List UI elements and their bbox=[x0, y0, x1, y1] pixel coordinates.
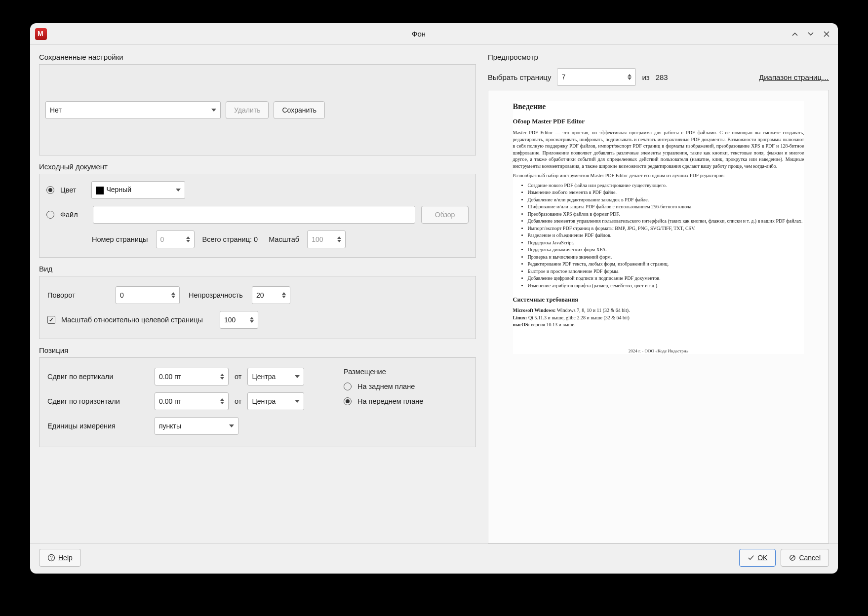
preset-value: Нет bbox=[50, 106, 62, 114]
scale-relative-check[interactable] bbox=[47, 316, 55, 324]
rotate-spin[interactable]: 0 bbox=[116, 286, 180, 304]
saved-settings-panel: Нет Удалить Сохранить bbox=[39, 64, 476, 155]
preview-toolbar: Выбрать страницу 7 из 283 Диапазон стран… bbox=[488, 68, 829, 86]
units-select[interactable]: пункты bbox=[155, 417, 238, 435]
app-icon bbox=[35, 28, 47, 40]
close-icon[interactable] bbox=[822, 30, 831, 38]
doc-bullet: Разделение и объединение PDF файлов. bbox=[528, 232, 804, 239]
doc-bullet: Импорт/экспорт PDF страниц в форматы BMP… bbox=[528, 225, 804, 232]
doc-bullet: Добавление элементов управления пользова… bbox=[528, 218, 804, 225]
hshift-from-select[interactable]: Центра bbox=[247, 392, 304, 410]
preview-frame: Введение Обзор Master PDF Editor Master … bbox=[488, 90, 829, 543]
vshift-from-label: от bbox=[235, 373, 241, 381]
cancel-icon bbox=[789, 554, 796, 561]
titlebar: Фон bbox=[30, 23, 838, 45]
opacity-spin[interactable]: 20 bbox=[252, 286, 290, 304]
source-scale-spin[interactable]: 100 bbox=[307, 231, 346, 248]
rotate-label: Поворот bbox=[47, 291, 107, 299]
dialog-window: Фон Сохраненные настройки Нет Удалить Со… bbox=[30, 23, 838, 574]
doc-h3: Системные требования bbox=[513, 296, 804, 304]
chevron-down-icon bbox=[295, 400, 300, 403]
chevron-down-icon bbox=[295, 375, 300, 378]
dialog-footer: ? Help OK Cancel bbox=[30, 543, 838, 574]
minimize-icon[interactable] bbox=[790, 30, 799, 38]
color-label: Цвет bbox=[60, 186, 77, 194]
save-button[interactable]: Сохранить bbox=[274, 101, 325, 119]
total-pages: 283 bbox=[656, 73, 668, 81]
color-select[interactable]: Черный bbox=[91, 181, 185, 199]
chevron-down-icon bbox=[229, 424, 234, 427]
help-button[interactable]: ? Help bbox=[39, 549, 81, 567]
scale-relative-label: Масштаб относительно целевой страницы bbox=[61, 316, 203, 324]
placement-label: Размещение bbox=[344, 368, 468, 376]
ok-button[interactable]: OK bbox=[739, 549, 776, 567]
doc-bullet: Шифрование и/или защита PDF файлов с исп… bbox=[528, 203, 804, 210]
color-radio[interactable] bbox=[46, 186, 54, 194]
view-panel: Поворот 0 Непрозрачность 20 Масштаб отно… bbox=[39, 276, 476, 339]
doc-bullet: Проверка и вычисление значений форм. bbox=[528, 254, 804, 261]
view-section-label: Вид bbox=[39, 265, 476, 273]
total-pages-label: Всего страниц: 0 bbox=[202, 235, 258, 243]
svg-text:?: ? bbox=[50, 555, 53, 561]
doc-bullet: Изменение любого элемента в PDF файле. bbox=[528, 189, 804, 196]
page-number-spin[interactable]: 0 bbox=[156, 231, 195, 248]
vshift-label: Сдвиг по вертикали bbox=[47, 373, 149, 381]
doc-bullet: Добавление цифровой подписи и подписание… bbox=[528, 275, 804, 282]
preview-section-label: Предпросмотр bbox=[488, 53, 829, 61]
saved-settings-label: Сохраненные настройки bbox=[39, 53, 476, 61]
hshift-spin[interactable]: 0.00 пт bbox=[155, 392, 229, 410]
maximize-icon[interactable] bbox=[806, 30, 815, 38]
hshift-label: Сдвиг по горизонтали bbox=[47, 397, 149, 405]
position-panel: Сдвиг по вертикали 0.00 пт от Центра Сдв… bbox=[39, 357, 476, 447]
window-title: Фон bbox=[47, 30, 790, 38]
placement-behind-label: На заднем плане bbox=[357, 383, 415, 390]
chevron-down-icon bbox=[176, 189, 181, 192]
check-icon bbox=[748, 554, 754, 561]
doc-h2: Обзор Master PDF Editor bbox=[513, 117, 804, 126]
help-icon: ? bbox=[47, 554, 55, 562]
units-label: Единицы измерения bbox=[47, 422, 149, 430]
file-radio[interactable] bbox=[46, 211, 54, 219]
preview-document: Введение Обзор Master PDF Editor Master … bbox=[513, 101, 804, 354]
of-label: из bbox=[642, 73, 649, 81]
doc-bullet: Редактирование PDF текста, любых форм, и… bbox=[528, 261, 804, 268]
source-scale-label: Масштаб bbox=[269, 235, 299, 243]
vshift-spin[interactable]: 0.00 пт bbox=[155, 368, 229, 385]
placement-front-radio[interactable] bbox=[344, 397, 352, 405]
select-page-label: Выбрать страницу bbox=[488, 73, 551, 81]
page-number-label: Номер страницы bbox=[92, 235, 148, 243]
doc-bullet: Быстрое и простое заполнение PDF формы. bbox=[528, 268, 804, 275]
cancel-button[interactable]: Cancel bbox=[781, 549, 829, 567]
preset-combo[interactable]: Нет bbox=[45, 101, 221, 119]
source-panel: Цвет Черный Файл Обзор Номер страницы bbox=[39, 174, 476, 258]
doc-bullet: Преобразование XPS файлов в формат PDF. bbox=[528, 211, 804, 218]
doc-bullet: Поддержка JavaScript. bbox=[528, 239, 804, 246]
doc-p2: Разнообразный набор инструментов Master … bbox=[513, 172, 804, 179]
file-path-input[interactable] bbox=[93, 206, 415, 224]
doc-bullet: Создание нового PDF файла или редактиров… bbox=[528, 182, 804, 189]
doc-bullet: Поддержка динамических форм XFA. bbox=[528, 246, 804, 253]
hshift-from-label: от bbox=[235, 397, 241, 405]
source-section-label: Исходный документ bbox=[39, 162, 476, 171]
browse-button[interactable]: Обзор bbox=[421, 206, 469, 224]
position-section-label: Позиция bbox=[39, 346, 476, 354]
page-spin[interactable]: 7 bbox=[557, 68, 636, 86]
chevron-down-icon bbox=[211, 109, 216, 112]
placement-group: Размещение На заднем плане На переднем п… bbox=[344, 368, 468, 435]
vshift-from-select[interactable]: Центра bbox=[247, 368, 304, 385]
color-swatch bbox=[96, 187, 104, 194]
file-label: Файл bbox=[60, 211, 78, 219]
placement-behind-radio[interactable] bbox=[344, 383, 352, 390]
svg-line-3 bbox=[791, 556, 794, 560]
doc-p1: Master PDF Editor — это простая, но эффе… bbox=[513, 129, 804, 169]
doc-footer: 2024 г. - ООО «Коде Индастри» bbox=[513, 348, 804, 354]
scale-relative-spin[interactable]: 100 bbox=[220, 311, 258, 329]
delete-button[interactable]: Удалить bbox=[226, 101, 269, 119]
doc-h1: Введение bbox=[513, 101, 804, 112]
page-range-link[interactable]: Диапазон страниц… bbox=[759, 73, 829, 81]
doc-bullet: Добавление и/или редактирование закладок… bbox=[528, 196, 804, 203]
opacity-label: Непрозрачность bbox=[189, 291, 243, 299]
placement-front-label: На переднем плане bbox=[357, 397, 423, 405]
doc-bullets: Создание нового PDF файла или редактиров… bbox=[513, 182, 804, 289]
doc-bullet: Изменение атрибутов шрифта (размер, семе… bbox=[528, 282, 804, 289]
